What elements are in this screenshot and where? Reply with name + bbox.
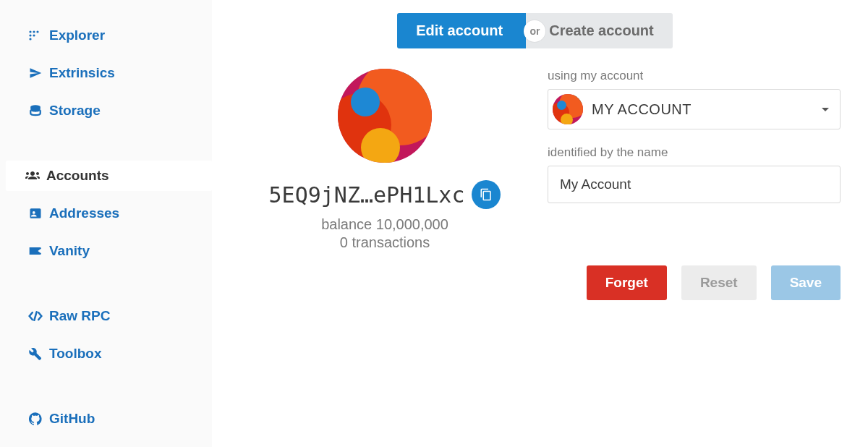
sidebar-item-label: GitHub [49, 411, 95, 427]
code-icon [27, 310, 43, 322]
github-icon [27, 412, 43, 425]
copy-icon [480, 188, 493, 201]
sidebar-item-label: Explorer [49, 27, 105, 43]
account-select-dropdown[interactable]: MY ACCOUNT [548, 89, 841, 129]
reset-button[interactable]: Reset [681, 265, 757, 300]
sidebar-item-addresses[interactable]: Addresses [9, 198, 203, 229]
flag-icon [27, 245, 43, 257]
name-field-label: identified by the name [548, 145, 841, 160]
paper-plane-icon [27, 67, 43, 80]
address-card-icon [27, 207, 43, 220]
tab-edit-account[interactable]: Edit account [397, 13, 526, 48]
tab-create-account[interactable]: Create account [526, 13, 673, 48]
form-actions: Forget Reset Save [548, 265, 841, 300]
sidebar-item-label: Toolbox [49, 346, 101, 362]
using-account-label: using my account [548, 69, 841, 83]
grid-dots-icon [27, 30, 43, 41]
sidebar-item-label: Raw RPC [49, 308, 110, 324]
database-icon [27, 104, 43, 117]
sidebar-item-vanity[interactable]: Vanity [9, 236, 203, 266]
forget-button[interactable]: Forget [587, 265, 667, 300]
sidebar-item-explorer[interactable]: Explorer [9, 20, 203, 51]
tab-or-divider: or [524, 20, 545, 42]
svg-point-1 [33, 30, 35, 33]
sidebar-item-github[interactable]: GitHub [9, 404, 203, 434]
account-select-value: MY ACCOUNT [592, 101, 692, 118]
users-icon [25, 170, 41, 182]
svg-point-0 [29, 30, 31, 33]
sidebar-item-toolbox[interactable]: Toolbox [9, 339, 203, 369]
wrench-icon [27, 347, 43, 360]
svg-point-2 [36, 30, 38, 33]
sidebar-item-label: Extrinsics [49, 65, 115, 81]
svg-point-3 [29, 34, 31, 36]
sidebar-item-storage[interactable]: Storage [9, 95, 203, 126]
save-button[interactable]: Save [771, 265, 841, 300]
account-card: 5EQ9jNZ…ePH1Lxc balance 10,000,000 0 tra… [251, 69, 519, 300]
app-root: Explorer Extrinsics Storage Accounts Ad [0, 0, 868, 447]
sidebar-item-label: Addresses [49, 205, 119, 221]
sidebar-item-label: Storage [49, 103, 101, 119]
tabs: Edit account Create account or [225, 13, 845, 48]
account-select-identicon [553, 94, 583, 124]
account-identicon [338, 69, 432, 163]
sidebar-item-accounts[interactable]: Accounts [6, 161, 212, 191]
account-transactions: 0 transactions [340, 234, 430, 251]
account-balance: balance 10,000,000 [321, 216, 448, 233]
sidebar-item-label: Vanity [49, 243, 90, 259]
account-address-short: 5EQ9jNZ…ePH1Lxc [269, 182, 465, 208]
account-name-input[interactable] [548, 166, 841, 203]
sidebar-item-raw-rpc[interactable]: Raw RPC [9, 301, 203, 331]
sidebar-item-extrinsics[interactable]: Extrinsics [9, 58, 203, 88]
copy-address-button[interactable] [472, 180, 501, 209]
chevron-down-icon [821, 103, 830, 116]
sidebar-item-label: Accounts [46, 168, 109, 184]
sidebar: Explorer Extrinsics Storage Accounts Ad [0, 0, 212, 447]
main-content: Edit account Create account or 5EQ9jNZ…e… [212, 0, 868, 447]
svg-point-4 [33, 34, 35, 36]
edit-account-form: using my account MY ACCOUNT [548, 69, 845, 300]
svg-point-5 [29, 38, 31, 40]
